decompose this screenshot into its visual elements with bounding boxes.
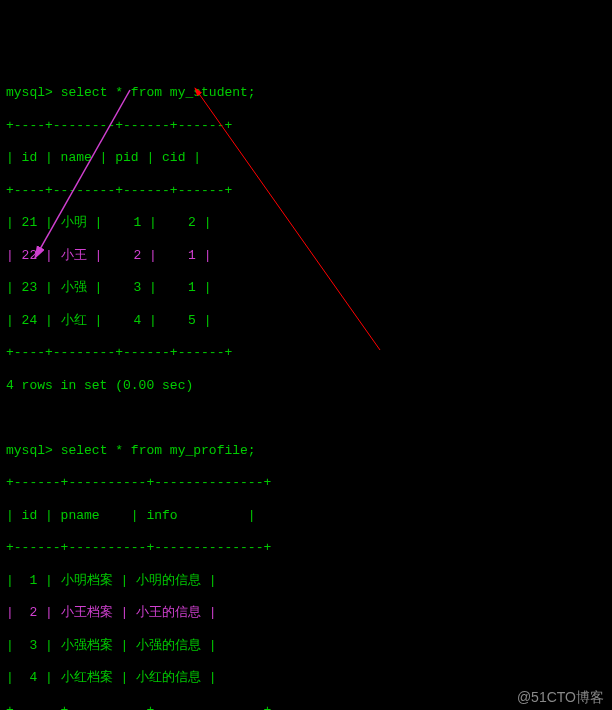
prompt: mysql> (6, 85, 53, 100)
table-row: | 4 | 小红档案 | 小红的信息 | (6, 670, 606, 686)
border: +----+--------+------+------+ (6, 345, 606, 361)
table-row: | 21 | 小明 | 1 | 2 | (6, 215, 606, 231)
table-header: | id | name | pid | cid | (6, 150, 606, 166)
query-select-profile-1: select * from my_profile; (61, 443, 256, 458)
table-row: | 2 | 小王档案 | 小王的信息 | (6, 605, 606, 621)
watermark: @51CTO博客 (517, 689, 604, 707)
border: +----+--------+------+------+ (6, 118, 606, 134)
table-row: | 24 | 小红 | 4 | 5 | (6, 313, 606, 329)
border: +----+--------+------+------+ (6, 183, 606, 199)
prompt: mysql> (6, 443, 53, 458)
table-row: | 23 | 小强 | 3 | 1 | (6, 280, 606, 296)
table-row: | 1 | 小明档案 | 小明的信息 | (6, 573, 606, 589)
terminal-output: mysql> select * from my_student; +----+-… (6, 69, 606, 710)
table-header: | id | pname | info | (6, 508, 606, 524)
border: +------+----------+--------------+ (6, 475, 606, 491)
table-row: | 22 | 小王 | 2 | 1 | (6, 248, 606, 264)
result-text: 4 rows in set (0.00 sec) (6, 378, 606, 394)
query-select-student-1: select * from my_student; (61, 85, 256, 100)
table-row: | 3 | 小强档案 | 小强的信息 | (6, 638, 606, 654)
border: +------+----------+--------------+ (6, 540, 606, 556)
